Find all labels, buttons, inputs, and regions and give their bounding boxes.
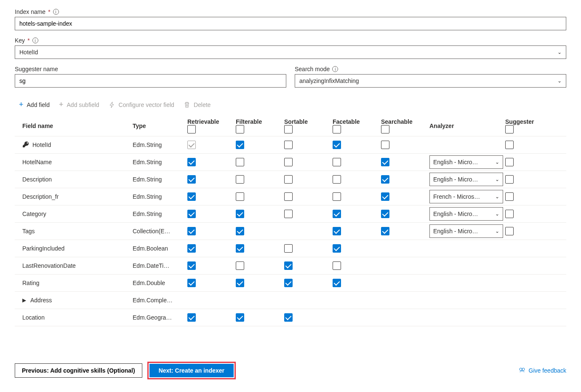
checkbox[interactable] [333,261,341,270]
field-name-cell[interactable]: Rating [15,280,133,286]
checkbox[interactable] [284,210,293,218]
sortable-all-checkbox[interactable] [284,125,293,133]
checkbox[interactable] [284,141,293,149]
analyzer-select[interactable]: English - Micro…⌄ [429,155,503,169]
field-name-cell[interactable]: ▶Address [15,297,133,304]
checkbox[interactable] [333,279,341,287]
checkbox[interactable] [381,227,389,235]
checkbox[interactable] [236,279,244,287]
checkbox[interactable] [333,210,341,218]
checkbox[interactable] [187,175,196,184]
add-subfield-label: Add subfield [67,101,99,108]
checkbox[interactable] [236,261,244,270]
checkbox[interactable] [284,192,293,201]
analyzer-select[interactable]: French - Micros…⌄ [429,190,503,203]
suggester-all-checkbox[interactable] [505,125,514,133]
checkbox[interactable] [333,175,341,184]
checkbox[interactable] [505,227,514,235]
checkbox[interactable] [333,244,341,253]
field-name-cell[interactable]: LastRenovationDate [15,262,133,269]
searchable-all-checkbox[interactable] [381,125,389,133]
checkbox[interactable] [505,141,514,149]
checkbox[interactable] [187,313,196,322]
retrievable-all-checkbox[interactable] [187,125,196,133]
trash-icon [184,101,190,108]
index-name-input[interactable] [15,17,566,30]
checkbox[interactable] [236,175,244,184]
header-filterable: Filterable [236,118,262,125]
suggester-name-input[interactable] [15,74,286,88]
suggester-name-label: Suggester name [15,66,58,72]
analyzer-select[interactable]: English - Micro…⌄ [429,224,503,238]
field-name-text: Tags [22,228,35,235]
filterable-all-checkbox[interactable] [236,125,244,133]
checkbox[interactable] [236,210,244,218]
checkbox[interactable] [187,244,196,253]
checkbox [187,141,196,149]
table-row: DescriptionEdm.StringEnglish - Micro…⌄ [15,171,566,188]
field-type: Edm.String [133,211,181,217]
chevron-down-icon: ⌄ [557,49,562,55]
field-name-cell[interactable]: Description_fr [15,193,133,200]
checkbox[interactable] [284,244,293,253]
field-name-text: Category [22,211,46,217]
checkbox[interactable] [333,141,341,149]
checkbox[interactable] [381,210,389,218]
info-icon[interactable]: i [53,9,59,15]
checkbox[interactable] [284,175,293,184]
field-name-cell[interactable]: Tags [15,228,133,235]
field-name-text: Description [22,176,52,183]
checkbox[interactable] [505,210,514,218]
facetable-all-checkbox[interactable] [333,125,341,133]
checkbox[interactable] [381,192,389,201]
checkbox[interactable] [236,158,244,166]
checkbox[interactable] [381,141,389,149]
info-icon[interactable]: i [32,37,38,43]
checkbox[interactable] [187,210,196,218]
checkbox[interactable] [187,192,196,201]
field-name-text: Description_fr [22,193,59,200]
search-mode-value: analyzingInfixMatching [299,77,359,84]
checkbox[interactable] [284,158,293,166]
checkbox[interactable] [187,158,196,166]
add-field-button[interactable]: + Add field [19,100,50,109]
checkbox[interactable] [333,227,341,235]
checkbox[interactable] [187,261,196,270]
search-mode-select[interactable]: analyzingInfixMatching ⌄ [295,74,566,88]
checkbox[interactable] [333,158,341,166]
info-icon[interactable]: i [332,66,338,72]
search-mode-label: Search mode [295,66,330,72]
checkbox[interactable] [284,261,293,270]
checkbox[interactable] [505,192,514,201]
checkbox[interactable] [187,227,196,235]
checkbox[interactable] [284,313,293,322]
field-name-cell[interactable]: Location [15,314,133,321]
checkbox[interactable] [236,227,244,235]
field-name-cell[interactable]: Category [15,211,133,217]
field-name-cell[interactable]: Description [15,176,133,183]
expand-caret-icon[interactable]: ▶ [22,297,26,303]
field-name-cell[interactable]: HotelId [15,141,133,149]
analyzer-value: French - Micros… [433,193,480,200]
lightning-icon [109,101,115,108]
checkbox[interactable] [236,192,244,201]
checkbox[interactable] [505,158,514,166]
checkbox[interactable] [381,158,389,166]
plus-icon: + [19,100,24,109]
checkbox[interactable] [381,175,389,184]
checkbox[interactable] [236,313,244,322]
key-icon [22,141,29,149]
checkbox[interactable] [505,175,514,184]
checkbox[interactable] [333,192,341,201]
field-type: Collection(E… [133,228,181,235]
header-suggester: Suggester [505,118,534,125]
checkbox[interactable] [187,279,196,287]
checkbox[interactable] [236,141,244,149]
checkbox[interactable] [236,244,244,253]
analyzer-select[interactable]: English - Micro…⌄ [429,173,503,186]
analyzer-select[interactable]: English - Micro…⌄ [429,207,503,221]
field-name-cell[interactable]: ParkingIncluded [15,245,133,252]
field-name-cell[interactable]: HotelName [15,159,133,165]
key-select[interactable]: HotelId ⌄ [15,45,566,59]
checkbox[interactable] [284,279,293,287]
